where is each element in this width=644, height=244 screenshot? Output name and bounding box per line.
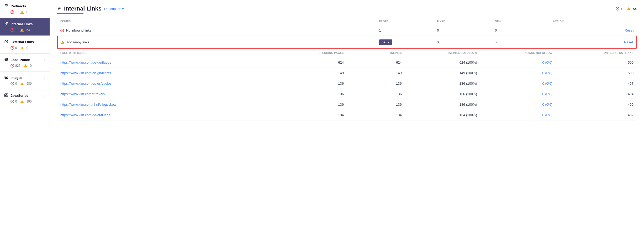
nofollow-cell: 0 (0%) bbox=[480, 110, 556, 120]
dofollow-cell: 624 (100%) bbox=[405, 57, 480, 68]
description-button[interactable]: Description ▾ bbox=[104, 7, 124, 11]
sub-col-nofollow: INLINKS NOFOLLOW bbox=[480, 49, 556, 57]
nofollow-cell: 0 (0%) bbox=[480, 57, 556, 68]
dofollow-cell: 136 (100%) bbox=[405, 89, 480, 99]
nofollow-cell: 0 (0%) bbox=[480, 68, 556, 78]
table-row: https://www.klm.com/nl-nl/vliegtickets 1… bbox=[57, 99, 637, 110]
warning-icon bbox=[20, 100, 24, 103]
images-icon bbox=[4, 75, 8, 80]
sidebar: Redirects›✕10Internal Links›✕154External… bbox=[0, 0, 50, 244]
referring-pages-cell: 624 bbox=[289, 57, 347, 68]
table-row: https://www.klm.com/es-es/vuelos 136 136… bbox=[57, 78, 637, 89]
page-link[interactable]: https://www.klm.com/fr-fr/vols bbox=[60, 92, 105, 96]
no-inbound-reset-button[interactable]: Reset bbox=[625, 28, 634, 32]
chevron-right-icon: › bbox=[44, 58, 45, 62]
chevron-right-icon: › bbox=[44, 4, 45, 8]
error-icon: ✕ bbox=[60, 29, 64, 32]
col-new: NEW bbox=[492, 18, 550, 25]
count-badge[interactable]: 52 ▲ bbox=[379, 39, 392, 45]
error-icon: ✕ bbox=[10, 82, 14, 85]
warning-count: 995 bbox=[27, 100, 32, 103]
header-warning-badge: 54 bbox=[627, 7, 637, 11]
page-link[interactable]: https://www.klm.com/nl-nl/vliegtickets bbox=[60, 103, 117, 106]
warning-count: 0 bbox=[27, 46, 28, 50]
sidebar-item-javascript[interactable]: JavaScript›✕0995 bbox=[0, 89, 50, 107]
page-link[interactable]: https://www.klm.com/en-gb/flights bbox=[60, 71, 111, 75]
sidebar-item-redirects[interactable]: Redirects›✕10 bbox=[0, 0, 50, 18]
warning-icon bbox=[20, 28, 24, 32]
outlinks-cell: 500 bbox=[556, 68, 637, 78]
chevron-right-icon: › bbox=[44, 22, 45, 26]
inlinks-cell: 624 bbox=[347, 57, 405, 68]
dofollow-cell: 134 (100%) bbox=[405, 110, 480, 120]
outlinks-cell: 494 bbox=[556, 89, 637, 99]
referring-pages-cell: 149 bbox=[289, 68, 347, 78]
page-title: Internal Links bbox=[64, 5, 102, 12]
no-inbound-action: Reset bbox=[550, 25, 637, 36]
nofollow-cell: 0 (0%) bbox=[480, 89, 556, 99]
dofollow-cell: 136 (100%) bbox=[405, 78, 480, 89]
sub-table: PAGE WITH ISSUES REFERRING PAGES INLINKS… bbox=[57, 49, 637, 120]
sub-col-inlinks: INLINKS bbox=[347, 49, 405, 57]
error-icon: ✕ bbox=[10, 46, 14, 50]
page-link[interactable]: https://www.klm.com/de-at/fluege bbox=[60, 113, 110, 117]
error-count: 1 bbox=[15, 10, 17, 14]
warning-count: 980 bbox=[27, 82, 32, 85]
inlinks-cell: 136 bbox=[347, 89, 405, 99]
sidebar-item-label-localization: Localization bbox=[10, 58, 30, 62]
inlinks-cell: 134 bbox=[347, 110, 405, 120]
issues-table: ISSUES PAGES FIXED NEW ACTION ✕ No inbou… bbox=[57, 18, 637, 36]
col-issues: ISSUES bbox=[57, 18, 376, 25]
sub-col-dofollow: INLINKS DOFOLLOW bbox=[405, 49, 480, 57]
chevron-right-icon: › bbox=[44, 94, 45, 98]
warning-icon bbox=[61, 41, 65, 44]
sidebar-item-images[interactable]: Images›✕0980 bbox=[0, 72, 50, 89]
inlinks-cell: 149 bbox=[347, 68, 405, 78]
sub-table-header: PAGE WITH ISSUES REFERRING PAGES INLINKS… bbox=[57, 49, 637, 57]
too-many-links-new: 0 bbox=[492, 36, 549, 48]
redirects-icon bbox=[4, 4, 8, 9]
sub-col-outlinks: INTERNAL OUTLINKS bbox=[556, 49, 637, 57]
inlinks-cell: 136 bbox=[347, 78, 405, 89]
too-many-links-pages: 52 ▲ bbox=[376, 36, 434, 48]
sidebar-item-label-images: Images bbox=[10, 76, 22, 80]
issues-table-header: ISSUES PAGES FIXED NEW ACTION bbox=[57, 18, 637, 25]
no-inbound-pages: 1 bbox=[376, 25, 434, 36]
page-link[interactable]: https://www.klm.com/de-de/fluege bbox=[60, 60, 111, 64]
sidebar-item-label-external-links: External Links bbox=[10, 40, 34, 44]
col-pages: PAGES bbox=[376, 18, 434, 25]
warning-icon bbox=[24, 64, 27, 67]
too-many-links-reset-button[interactable]: Reset bbox=[624, 40, 633, 44]
error-count: 0 bbox=[15, 100, 17, 103]
chevron-right-icon: › bbox=[44, 76, 45, 80]
no-inbound-new: 0 bbox=[492, 25, 550, 36]
warning-icon bbox=[20, 11, 24, 14]
outlinks-cell: 499 bbox=[556, 99, 637, 110]
error-count: 1 bbox=[15, 28, 17, 32]
sidebar-item-label-redirects: Redirects bbox=[10, 4, 26, 8]
sidebar-item-localization[interactable]: Localization›✕8250 bbox=[0, 54, 50, 72]
too-many-links-action: Reset bbox=[549, 36, 636, 48]
col-fixed: FIXED bbox=[434, 18, 492, 25]
warning-icon bbox=[20, 82, 24, 85]
internal-links-icon bbox=[4, 22, 8, 27]
page-url-cell: https://www.klm.com/de-de/fluege bbox=[57, 57, 289, 68]
sub-col-page: PAGE WITH ISSUES bbox=[57, 49, 289, 57]
issue-label-too-many-links: Too many links bbox=[58, 36, 376, 48]
header-error-badge: ✕ 1 bbox=[616, 7, 622, 11]
sidebar-item-internal-links[interactable]: Internal Links›✕154 bbox=[0, 18, 50, 36]
warning-count: 0 bbox=[27, 10, 28, 14]
issue-label-no-inbound: ✕ No inbound links bbox=[57, 25, 376, 36]
highlighted-issue-section: Too many links 52 ▲ 0 0 Reset bbox=[57, 36, 637, 49]
referring-pages-cell: 136 bbox=[289, 89, 347, 99]
warning-count: 54 bbox=[27, 28, 30, 32]
outlinks-cell: 457 bbox=[556, 78, 637, 89]
issue-row-too-many-links: Too many links 52 ▲ 0 0 Reset bbox=[58, 36, 636, 48]
chevron-right-icon: › bbox=[44, 40, 45, 44]
link-icon bbox=[57, 7, 61, 11]
page-link[interactable]: https://www.klm.com/es-es/vuelos bbox=[60, 82, 112, 85]
referring-pages-cell: 136 bbox=[289, 78, 347, 89]
sidebar-item-external-links[interactable]: External Links›✕00 bbox=[0, 36, 50, 54]
warning-icon bbox=[627, 7, 631, 10]
javascript-icon bbox=[4, 93, 8, 98]
